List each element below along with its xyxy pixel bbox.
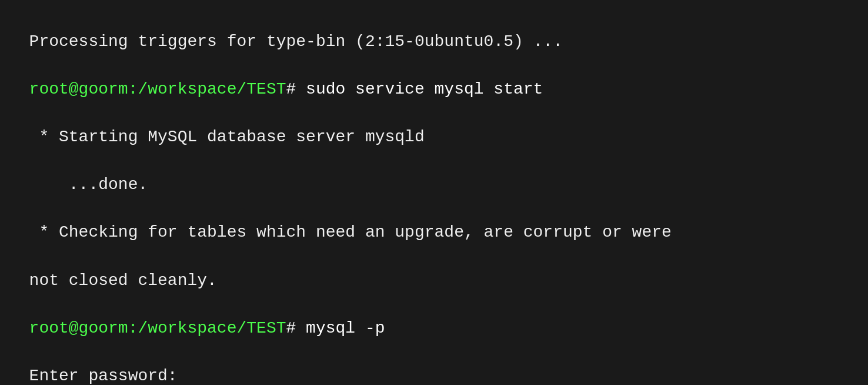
- terminal-window: Processing triggers for type-bin (2:15-0…: [9, 6, 859, 385]
- line-processing: Processing triggers for type-bin (2:15-0…: [29, 32, 563, 51]
- line-enter-password: Enter password:: [29, 367, 178, 385]
- command-1: # sudo service mysql start: [286, 80, 543, 98]
- prompt-2: root@goorm:/workspace/TEST: [29, 319, 286, 337]
- line-not-closed: not closed cleanly.: [29, 271, 217, 290]
- command-2: # mysql -p: [286, 319, 385, 337]
- line-checking: * Checking for tables which need an upgr…: [29, 223, 672, 241]
- line-done: ...done.: [29, 175, 148, 194]
- line-starting: * Starting MySQL database server mysqld: [29, 128, 425, 146]
- prompt-1: root@goorm:/workspace/TEST: [29, 80, 286, 98]
